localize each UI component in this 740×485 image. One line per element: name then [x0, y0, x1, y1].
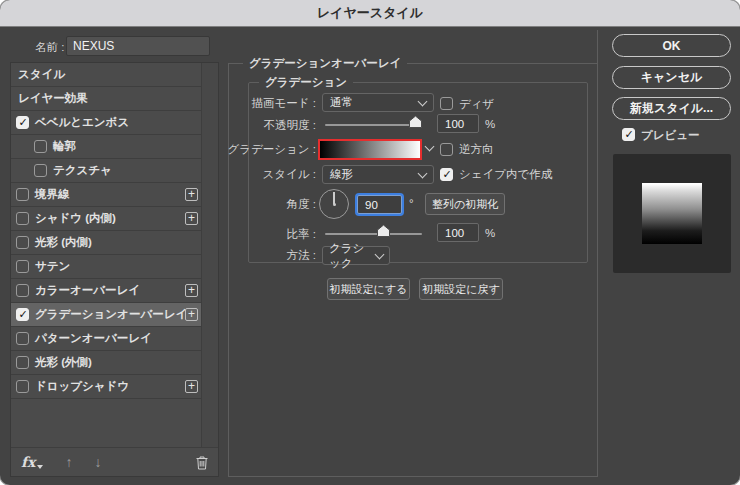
sidebar-item-label: レイヤー効果	[18, 91, 88, 106]
blend-mode-value: 通常	[330, 95, 353, 110]
shape-label: シェイプ内で作成	[459, 167, 552, 182]
blend-mode-label: 描画モード :	[252, 96, 316, 111]
sidebar-item[interactable]: スタイル	[11, 63, 203, 87]
effect-checkbox[interactable]	[34, 164, 47, 177]
name-label: 名前 :	[35, 40, 64, 55]
sidebar-item[interactable]: パターンオーバーレイ	[11, 327, 203, 351]
effect-checkbox[interactable]	[16, 188, 29, 201]
add-instance-button[interactable]: +	[185, 212, 198, 225]
sidebar-item[interactable]: ベベルとエンボス	[11, 111, 203, 135]
sidebar-item-label: スタイル	[18, 67, 65, 82]
sidebar-item[interactable]: テクスチャ	[11, 159, 203, 183]
method-select[interactable]: クラシック	[322, 246, 390, 265]
new-style-button[interactable]: 新規スタイル...	[612, 97, 731, 120]
scale-slider-track[interactable]	[325, 233, 422, 235]
effects-list-scrollbar[interactable]	[201, 63, 218, 448]
preview-panel	[613, 154, 731, 273]
sidebar-item-label: 境界線	[35, 187, 70, 202]
reverse-label: 逆方向	[459, 142, 494, 157]
dither-label: ディザ	[459, 97, 494, 112]
scale-label: 比率 :	[287, 227, 316, 242]
gradient-label: グラデーション :	[227, 142, 316, 157]
effect-checkbox[interactable]	[16, 332, 29, 345]
sidebar-item[interactable]: シャドウ (内側)+	[11, 207, 203, 231]
sidebar-item-label: シャドウ (内側)	[35, 211, 116, 226]
effect-checkbox[interactable]	[16, 284, 29, 297]
effect-checkbox[interactable]	[16, 356, 29, 369]
fx-caret-icon	[37, 465, 43, 469]
opacity-label: 不透明度 :	[264, 118, 316, 133]
chevron-down-icon	[375, 249, 385, 259]
sidebar-item[interactable]: 光彩 (内側)	[11, 231, 203, 255]
ok-button[interactable]: OK	[612, 34, 731, 57]
preview-label: プレビュー	[641, 128, 700, 143]
reverse-checkbox[interactable]	[440, 143, 453, 156]
angle-dial-center	[333, 203, 336, 206]
method-label: 方法 :	[287, 248, 316, 263]
sidebar-item-label: カラーオーバーレイ	[35, 283, 140, 298]
sidebar-item-label: 輪郭	[53, 139, 76, 154]
scale-input[interactable]	[437, 223, 479, 242]
add-instance-button[interactable]: +	[185, 380, 198, 393]
sidebar-item[interactable]: カラーオーバーレイ+	[11, 279, 203, 303]
style-select[interactable]: 線形	[322, 165, 434, 184]
move-down-icon[interactable]: ↓	[94, 455, 101, 469]
add-instance-button[interactable]: +	[185, 308, 198, 321]
add-instance-button[interactable]: +	[185, 284, 198, 297]
angle-dial[interactable]	[319, 189, 349, 219]
dither-checkbox[interactable]	[440, 97, 453, 110]
reset-default-button[interactable]: 初期設定に戻す	[419, 278, 503, 300]
sidebar-item-label: テクスチャ	[53, 163, 112, 178]
sidebar-item-label: グラデーションオーバーレイ	[35, 307, 187, 322]
fx-menu-button[interactable]: fx	[21, 454, 43, 470]
sidebar-item-label: 光彩 (内側)	[35, 235, 92, 250]
sidebar-item[interactable]: サテン	[11, 255, 203, 279]
blend-mode-select[interactable]: 通常	[322, 93, 434, 112]
delete-effect-button[interactable]	[195, 455, 209, 470]
opacity-slider-thumb[interactable]	[409, 114, 422, 132]
effects-list-footer: fx ↑ ↓	[11, 447, 218, 476]
dialog-title: レイヤースタイル	[0, 0, 740, 26]
opacity-input[interactable]	[437, 114, 479, 133]
align-reset-button[interactable]: 整列の初期化	[425, 193, 505, 215]
opacity-unit: %	[485, 118, 495, 130]
effect-checkbox[interactable]	[16, 116, 29, 129]
angle-input[interactable]	[357, 195, 402, 214]
layer-style-dialog: レイヤースタイル 名前 : スタイルレイヤー効果ベベルとエンボス輪郭テクスチャ境…	[0, 0, 740, 485]
fx-label: fx	[21, 454, 35, 470]
gradient-swatch[interactable]	[318, 139, 422, 160]
move-up-icon[interactable]: ↑	[65, 455, 72, 469]
trash-icon	[195, 455, 209, 470]
effect-checkbox[interactable]	[16, 308, 29, 321]
sidebar-item[interactable]: レイヤー効果	[11, 87, 203, 111]
name-input[interactable]	[66, 36, 210, 56]
effect-checkbox[interactable]	[16, 212, 29, 225]
add-instance-button[interactable]: +	[185, 188, 198, 201]
effect-checkbox[interactable]	[16, 380, 29, 393]
sidebar-item-label: パターンオーバーレイ	[35, 331, 152, 346]
preview-checkbox[interactable]	[622, 128, 635, 141]
scale-slider-thumb[interactable]	[377, 223, 390, 241]
opacity-slider-track[interactable]	[325, 124, 422, 126]
shape-checkbox[interactable]	[440, 168, 453, 181]
sidebar-item[interactable]: ドロップシャドウ+	[11, 375, 203, 399]
sidebar-item[interactable]: 輪郭	[11, 135, 203, 159]
preview-thumbnail	[642, 183, 702, 244]
scale-unit: %	[485, 227, 495, 239]
sidebar-item-label: ベベルとエンボス	[35, 115, 129, 130]
make-default-button[interactable]: 初期設定にする	[327, 278, 410, 300]
sidebar-item-label: 光彩 (外側)	[35, 355, 92, 370]
effect-checkbox[interactable]	[16, 236, 29, 249]
sidebar-item[interactable]: 境界線+	[11, 183, 203, 207]
opacity-slider[interactable]	[325, 118, 422, 132]
titlebar: レイヤースタイル	[0, 0, 740, 27]
sidebar-item[interactable]: 光彩 (外側)	[11, 351, 203, 375]
sidebar-item[interactable]: グラデーションオーバーレイ+	[11, 303, 203, 327]
sidebar-item-label: ドロップシャドウ	[35, 379, 129, 394]
style-value: 線形	[330, 167, 353, 182]
scale-slider[interactable]	[325, 227, 422, 241]
method-value: クラシック	[329, 241, 371, 271]
cancel-button[interactable]: キャンセル	[612, 66, 731, 89]
effect-checkbox[interactable]	[16, 260, 29, 273]
effect-checkbox[interactable]	[34, 140, 47, 153]
